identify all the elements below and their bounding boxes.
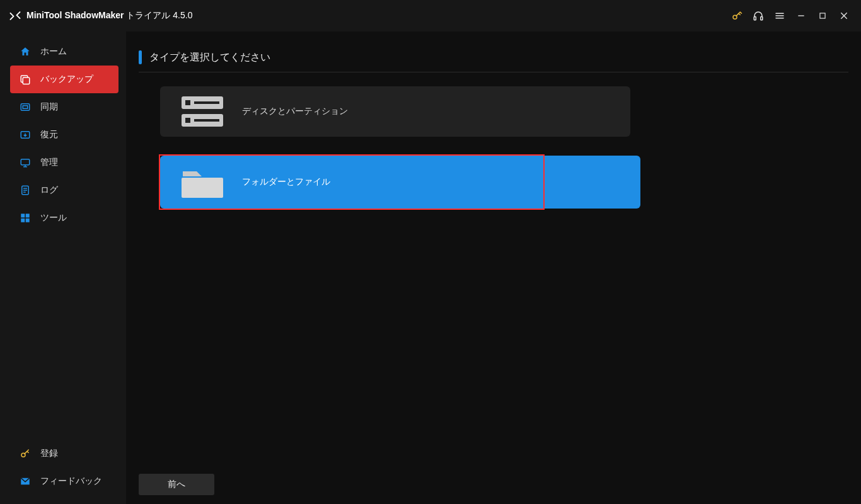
sidebar-item-sync[interactable]: 同期 — [10, 93, 118, 121]
folder-icon — [180, 165, 224, 199]
sidebar-item-label: 同期 — [40, 101, 58, 113]
close-icon[interactable] — [833, 5, 855, 26]
log-icon — [19, 185, 32, 196]
sidebar-item-restore[interactable]: 復元 — [10, 121, 118, 149]
heading-accent-bar — [139, 50, 142, 64]
sidebar-item-log[interactable]: ログ — [10, 176, 118, 204]
app-title: MiniTool ShadowMaker トライアル 4.5.0 — [26, 10, 192, 21]
headphones-icon[interactable] — [748, 5, 769, 26]
svg-rect-31 — [185, 118, 190, 123]
svg-rect-1 — [754, 17, 756, 20]
sidebar-item-label: フィードバック — [40, 476, 102, 487]
mail-icon — [19, 476, 32, 487]
sidebar-item-register[interactable]: 登録 — [10, 440, 118, 467]
prev-button[interactable]: 前へ — [139, 474, 214, 495]
page-heading: タイプを選択してください — [139, 50, 848, 72]
svg-rect-22 — [21, 214, 25, 217]
svg-rect-23 — [26, 214, 30, 217]
tools-icon — [19, 212, 32, 224]
sidebar-item-manage[interactable]: 管理 — [10, 149, 118, 176]
option-label: ディスクとパーティション — [242, 106, 348, 117]
restore-icon — [19, 129, 32, 140]
key-icon — [19, 448, 32, 459]
sidebar-item-label: ログ — [40, 185, 58, 196]
option-disk-partition[interactable]: ディスクとパーティション — [160, 86, 630, 137]
home-icon — [19, 46, 32, 57]
sidebar-item-label: 登録 — [40, 448, 58, 459]
main-panel: タイプを選択してください ディスクとパーティション — [126, 32, 861, 504]
svg-rect-25 — [26, 219, 30, 222]
sidebar-item-feedback[interactable]: フィードバック — [10, 467, 118, 495]
disk-icon — [180, 95, 224, 128]
license-key-icon[interactable] — [726, 5, 748, 26]
backup-icon — [19, 74, 32, 85]
sync-icon — [19, 101, 32, 113]
svg-rect-28 — [185, 100, 190, 105]
minimize-icon[interactable] — [790, 5, 812, 26]
svg-rect-11 — [23, 77, 30, 84]
option-label: フォルダーとファイル — [242, 176, 330, 188]
sidebar-item-tools[interactable]: ツール — [10, 204, 118, 232]
sidebar-item-backup[interactable]: バックアップ — [10, 66, 118, 93]
manage-icon — [19, 157, 32, 168]
sidebar-item-home[interactable]: ホーム — [10, 38, 118, 66]
page-title: タイプを選択してください — [149, 51, 270, 64]
svg-rect-29 — [194, 101, 219, 104]
menu-icon[interactable] — [769, 5, 790, 26]
svg-rect-15 — [21, 159, 30, 165]
maximize-icon[interactable] — [812, 5, 833, 26]
sidebar-item-label: 管理 — [40, 157, 58, 168]
svg-rect-32 — [194, 119, 219, 122]
sidebar: ホーム バックアップ 同期 復元 — [0, 32, 126, 504]
svg-rect-2 — [761, 17, 763, 20]
sidebar-item-label: ツール — [40, 212, 67, 224]
sidebar-item-label: ホーム — [40, 46, 67, 57]
option-folders-files[interactable]: フォルダーとファイル — [160, 156, 640, 209]
svg-rect-7 — [820, 13, 825, 18]
svg-rect-12 — [21, 104, 30, 111]
svg-rect-24 — [21, 219, 25, 222]
titlebar: MiniTool ShadowMaker トライアル 4.5.0 — [0, 0, 861, 32]
app-brand: MiniTool ShadowMaker トライアル 4.5.0 — [9, 9, 192, 22]
sidebar-item-label: バックアップ — [40, 74, 93, 85]
app-logo-icon — [9, 9, 21, 22]
sidebar-item-label: 復元 — [40, 129, 58, 140]
svg-rect-33 — [182, 178, 223, 198]
svg-rect-13 — [23, 106, 28, 109]
